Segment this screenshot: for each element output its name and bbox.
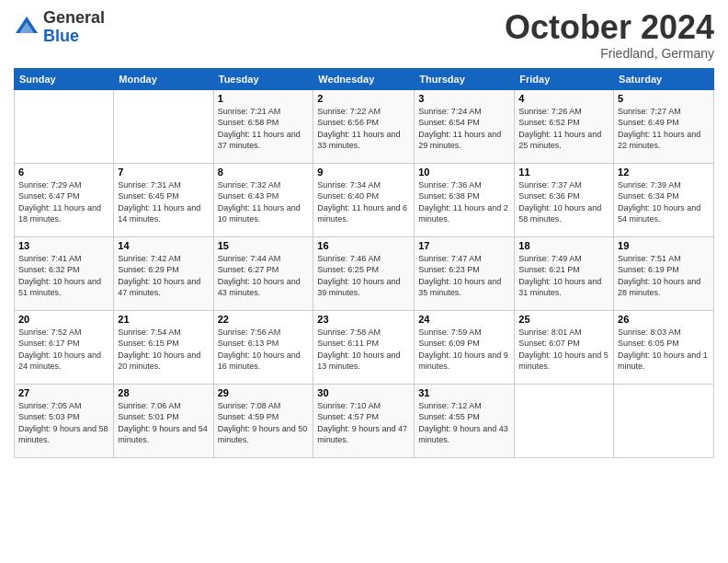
- day-info: Sunrise: 7:12 AMSunset: 4:55 PMDaylight:…: [418, 400, 510, 446]
- calendar-cell: 9Sunrise: 7:34 AMSunset: 6:40 PMDaylight…: [313, 163, 415, 236]
- calendar-week-2: 13Sunrise: 7:41 AMSunset: 6:32 PMDayligh…: [15, 236, 714, 310]
- calendar-cell: 8Sunrise: 7:32 AMSunset: 6:43 PMDaylight…: [213, 163, 313, 236]
- day-number: 21: [118, 314, 209, 325]
- calendar-cell: 12Sunrise: 7:39 AMSunset: 6:34 PMDayligh…: [614, 163, 714, 236]
- day-info: Sunrise: 7:37 AMSunset: 6:36 PMDaylight:…: [518, 179, 609, 225]
- day-info: Sunrise: 7:10 AMSunset: 4:57 PMDaylight:…: [317, 400, 410, 446]
- day-number: 1: [218, 93, 310, 104]
- day-info: Sunrise: 7:26 AMSunset: 6:52 PMDaylight:…: [518, 106, 609, 152]
- calendar-cell: 29Sunrise: 7:08 AMSunset: 4:59 PMDayligh…: [213, 384, 313, 457]
- day-info: Sunrise: 7:51 AMSunset: 6:19 PMDaylight:…: [618, 253, 710, 299]
- calendar-cell: 25Sunrise: 8:01 AMSunset: 6:07 PMDayligh…: [515, 310, 614, 384]
- day-number: 2: [317, 93, 410, 104]
- day-number: 14: [118, 240, 209, 251]
- day-number: 23: [317, 314, 410, 325]
- day-info: Sunrise: 7:22 AMSunset: 6:56 PMDaylight:…: [317, 106, 410, 152]
- calendar-cell: [114, 89, 213, 163]
- day-info: Sunrise: 8:03 AMSunset: 6:05 PMDaylight:…: [618, 327, 710, 373]
- day-info: Sunrise: 7:34 AMSunset: 6:40 PMDaylight:…: [317, 179, 410, 225]
- day-info: Sunrise: 7:56 AMSunset: 6:13 PMDaylight:…: [218, 327, 310, 373]
- day-info: Sunrise: 7:52 AMSunset: 6:17 PMDaylight:…: [18, 327, 109, 373]
- calendar-cell: 20Sunrise: 7:52 AMSunset: 6:17 PMDayligh…: [15, 310, 114, 384]
- day-number: 11: [518, 167, 609, 178]
- calendar-cell: 27Sunrise: 7:05 AMSunset: 5:03 PMDayligh…: [15, 384, 114, 457]
- calendar-cell: 16Sunrise: 7:46 AMSunset: 6:25 PMDayligh…: [313, 236, 415, 310]
- calendar-cell: 13Sunrise: 7:41 AMSunset: 6:32 PMDayligh…: [15, 236, 114, 310]
- day-number: 7: [118, 167, 209, 178]
- title-block: October 2024 Friedland, Germany: [505, 9, 714, 61]
- day-number: 28: [118, 387, 209, 398]
- logo-icon: [14, 15, 40, 40]
- day-number: 20: [18, 314, 109, 325]
- th-tuesday: Tuesday: [213, 68, 313, 89]
- day-info: Sunrise: 8:01 AMSunset: 6:07 PMDaylight:…: [518, 327, 609, 373]
- day-number: 24: [418, 314, 510, 325]
- calendar-cell: 19Sunrise: 7:51 AMSunset: 6:19 PMDayligh…: [614, 236, 714, 310]
- calendar-cell: 4Sunrise: 7:26 AMSunset: 6:52 PMDaylight…: [515, 89, 614, 163]
- day-number: 8: [218, 167, 310, 178]
- location: Friedland, Germany: [505, 46, 714, 61]
- day-info: Sunrise: 7:32 AMSunset: 6:43 PMDaylight:…: [218, 179, 310, 225]
- day-info: Sunrise: 7:46 AMSunset: 6:25 PMDaylight:…: [317, 253, 410, 299]
- calendar-cell: 17Sunrise: 7:47 AMSunset: 6:23 PMDayligh…: [415, 236, 515, 310]
- day-info: Sunrise: 7:54 AMSunset: 6:15 PMDaylight:…: [118, 327, 209, 373]
- logo: General Blue: [14, 9, 105, 46]
- calendar-cell: 6Sunrise: 7:29 AMSunset: 6:47 PMDaylight…: [15, 163, 114, 236]
- calendar-cell: [515, 384, 614, 457]
- day-number: 29: [218, 387, 310, 398]
- calendar-cell: 31Sunrise: 7:12 AMSunset: 4:55 PMDayligh…: [415, 384, 515, 457]
- calendar-cell: 5Sunrise: 7:27 AMSunset: 6:49 PMDaylight…: [614, 89, 714, 163]
- calendar-cell: 7Sunrise: 7:31 AMSunset: 6:45 PMDaylight…: [114, 163, 213, 236]
- day-info: Sunrise: 7:08 AMSunset: 4:59 PMDaylight:…: [218, 400, 310, 446]
- day-info: Sunrise: 7:24 AMSunset: 6:54 PMDaylight:…: [418, 106, 510, 152]
- calendar-cell: 26Sunrise: 8:03 AMSunset: 6:05 PMDayligh…: [614, 310, 714, 384]
- logo-blue: Blue: [43, 28, 105, 46]
- day-number: 6: [18, 167, 109, 178]
- page: General Blue October 2024 Friedland, Ger…: [0, 0, 728, 563]
- th-saturday: Saturday: [614, 68, 714, 89]
- th-thursday: Thursday: [415, 68, 515, 89]
- calendar-cell: [614, 384, 714, 457]
- logo-text: General Blue: [43, 9, 105, 46]
- day-number: 22: [218, 314, 310, 325]
- day-number: 5: [618, 93, 710, 104]
- calendar-cell: 28Sunrise: 7:06 AMSunset: 5:01 PMDayligh…: [114, 384, 213, 457]
- day-number: 27: [18, 387, 109, 398]
- day-info: Sunrise: 7:36 AMSunset: 6:38 PMDaylight:…: [418, 179, 510, 225]
- th-wednesday: Wednesday: [313, 68, 415, 89]
- day-info: Sunrise: 7:42 AMSunset: 6:29 PMDaylight:…: [118, 253, 209, 299]
- calendar-cell: 1Sunrise: 7:21 AMSunset: 6:58 PMDaylight…: [213, 89, 313, 163]
- day-number: 30: [317, 387, 410, 398]
- day-info: Sunrise: 7:31 AMSunset: 6:45 PMDaylight:…: [118, 179, 209, 225]
- day-number: 10: [418, 167, 510, 178]
- day-info: Sunrise: 7:58 AMSunset: 6:11 PMDaylight:…: [317, 327, 410, 373]
- day-info: Sunrise: 7:59 AMSunset: 6:09 PMDaylight:…: [418, 327, 510, 373]
- day-info: Sunrise: 7:44 AMSunset: 6:27 PMDaylight:…: [218, 253, 310, 299]
- day-number: 19: [618, 240, 710, 251]
- calendar-table: Sunday Monday Tuesday Wednesday Thursday…: [14, 68, 714, 458]
- day-info: Sunrise: 7:39 AMSunset: 6:34 PMDaylight:…: [618, 179, 710, 225]
- calendar-cell: [15, 89, 114, 163]
- day-number: 12: [618, 167, 710, 178]
- day-number: 9: [317, 167, 410, 178]
- calendar-cell: 24Sunrise: 7:59 AMSunset: 6:09 PMDayligh…: [415, 310, 515, 384]
- day-number: 18: [518, 240, 609, 251]
- calendar-week-4: 27Sunrise: 7:05 AMSunset: 5:03 PMDayligh…: [15, 384, 714, 457]
- day-info: Sunrise: 7:05 AMSunset: 5:03 PMDaylight:…: [18, 400, 109, 446]
- day-number: 13: [18, 240, 109, 251]
- calendar-header-row: Sunday Monday Tuesday Wednesday Thursday…: [15, 68, 714, 89]
- calendar-week-3: 20Sunrise: 7:52 AMSunset: 6:17 PMDayligh…: [15, 310, 714, 384]
- calendar-week-1: 6Sunrise: 7:29 AMSunset: 6:47 PMDaylight…: [15, 163, 714, 236]
- day-number: 26: [618, 314, 710, 325]
- day-number: 3: [418, 93, 510, 104]
- day-number: 4: [518, 93, 609, 104]
- calendar-week-0: 1Sunrise: 7:21 AMSunset: 6:58 PMDaylight…: [15, 89, 714, 163]
- calendar-cell: 14Sunrise: 7:42 AMSunset: 6:29 PMDayligh…: [114, 236, 213, 310]
- calendar-cell: 10Sunrise: 7:36 AMSunset: 6:38 PMDayligh…: [415, 163, 515, 236]
- calendar-cell: 21Sunrise: 7:54 AMSunset: 6:15 PMDayligh…: [114, 310, 213, 384]
- header: General Blue October 2024 Friedland, Ger…: [14, 9, 714, 61]
- month-title: October 2024: [505, 9, 714, 46]
- calendar-cell: 15Sunrise: 7:44 AMSunset: 6:27 PMDayligh…: [213, 236, 313, 310]
- day-info: Sunrise: 7:27 AMSunset: 6:49 PMDaylight:…: [618, 106, 710, 152]
- calendar-cell: 23Sunrise: 7:58 AMSunset: 6:11 PMDayligh…: [313, 310, 415, 384]
